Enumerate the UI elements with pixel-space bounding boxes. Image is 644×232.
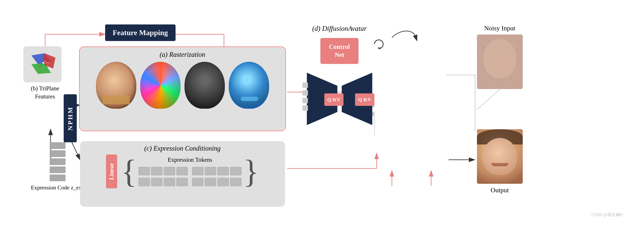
feature-mapping-label: Feature Mapping [105,25,176,41]
expression-content: Linear { Expression Tokens [86,154,280,188]
qkv-right-box: Q KV [355,93,374,106]
token-cell [164,167,175,175]
token-cell [164,178,175,186]
control-net-box: Control Net [320,38,358,64]
main-container: x can (b) TriPlane Features Expression C… [0,0,644,232]
triplane-label: (b) TriPlane Features [23,84,67,101]
curly-brace-left: { [121,155,137,188]
head-3-depth [184,62,225,109]
token-cell [205,178,216,186]
nphm-label: NPHM [64,94,77,142]
token-cell [176,178,188,186]
triplane-section: x can (b) TriPlane Features [23,46,67,101]
expr-block-1 [50,142,66,149]
output-label: Output [477,186,523,194]
smile-shape [491,163,508,166]
expr-block-2 [50,150,66,157]
head-images-row [83,62,282,109]
head-1-normal [96,62,136,109]
linear-box: Linear [106,154,117,188]
diffusion-avatar-section: (d) DiffusionAvatar Control Net [302,25,377,129]
expression-tokens-label: Expression Tokens [138,156,242,163]
expression-code-section: Expression Code z_exp [31,142,84,192]
token-cell [138,178,150,186]
curly-brace-right: } [243,155,259,188]
watermark: CSDN @花生糊® [592,212,623,217]
token-cell [176,167,188,175]
token-cell [230,167,242,175]
svg-text:x: x [44,59,46,63]
svg-text:can: can [46,61,49,64]
output-section: Output [477,129,523,194]
diffusion-avatar-title: (d) DiffusionAvatar [302,25,377,33]
token-group-2 [192,167,242,175]
refresh-icon [372,38,385,52]
expression-conditioning-label: (c) Expression Conditioning [86,144,280,152]
token-cell [218,178,229,186]
token-cell [138,167,150,175]
token-cell [151,167,162,175]
nphm-box: NPHM [64,94,77,142]
head-4-blue [229,62,269,109]
token-bottom-row [138,178,242,186]
qkv-left-box: Q KV [324,93,344,106]
expr-block-3 [50,158,66,165]
triplane-box: x can [23,46,62,82]
token-cell [151,178,162,186]
face-shape [482,138,517,175]
noisy-input-label: Noisy Input [477,25,523,32]
token-cell [218,167,229,175]
expr-block-4 [50,166,66,173]
noisy-connector-line [475,75,476,131]
head-4-smile [241,97,258,101]
token-group-1 [138,167,188,175]
head-1-mouth [102,96,130,104]
rasterization-label: (a) Rasterization [83,51,282,59]
token-cell [192,167,204,175]
token-group-3 [138,178,188,186]
circular-arrow-svg [372,38,385,51]
head-2-normalmap [140,62,180,109]
token-cell [230,178,242,186]
head-2-overlay [140,62,180,109]
token-grid: Expression Tokens [138,156,242,186]
output-photo [477,129,523,184]
feature-mapping-button[interactable]: Feature Mapping [105,25,176,41]
expr-block-5 [50,175,66,181]
svg-rect-28 [302,83,308,88]
unet-bowtie: Q KV Q KV [302,68,377,129]
noise-overlay [477,35,523,89]
noisy-connector-h-line [446,75,475,75]
expression-stack [31,142,84,181]
token-top-row [138,167,242,175]
diagram: x can (b) TriPlane Features Expression C… [17,11,628,221]
noisy-input-section: Noisy Input [477,25,523,89]
token-cell [192,178,204,186]
triplane-svg: x can [27,49,58,79]
token-cell [205,167,216,175]
expression-section: (c) Expression Conditioning Linear { Exp… [80,141,285,207]
svg-line-11 [416,38,417,41]
svg-rect-30 [302,98,308,103]
noisy-photo [477,35,523,89]
rasterization-section: (a) Rasterization [80,47,285,130]
svg-rect-31 [302,105,308,111]
svg-rect-29 [302,90,308,96]
expression-code-label: Expression Code z_exp [31,184,84,192]
token-group-4 [192,178,242,186]
